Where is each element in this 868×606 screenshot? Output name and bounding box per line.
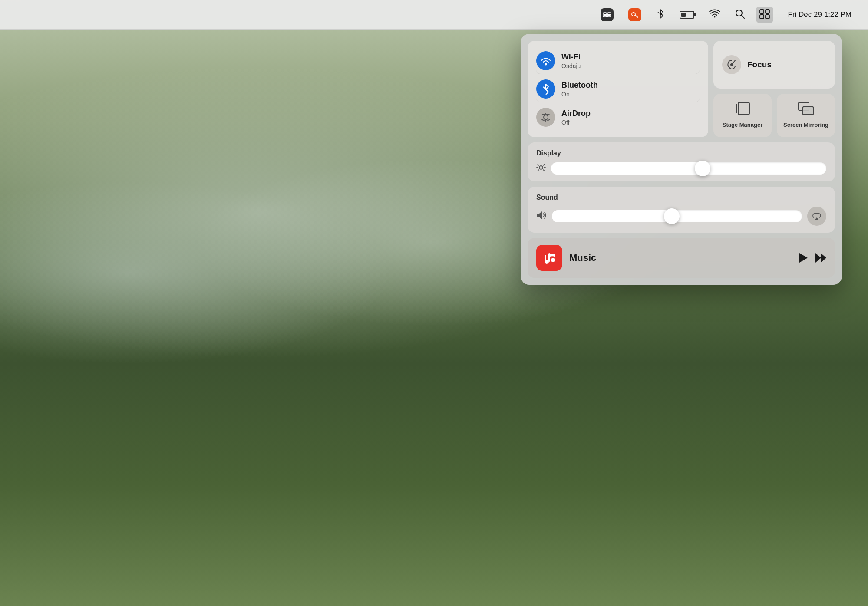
teamviewer-icon (601, 8, 614, 21)
focus-icon (722, 55, 741, 74)
svg-rect-11 (760, 10, 764, 13)
svg-rect-21 (736, 104, 737, 113)
wifi-row[interactable]: Wi-Fi Osdaju (536, 48, 700, 74)
sound-section: Sound (528, 187, 835, 233)
svg-point-17 (544, 115, 548, 119)
battery-menu-item[interactable] (676, 9, 698, 20)
screen-mirroring-label: Screen Mirroring (783, 122, 828, 129)
svg-point-15 (545, 63, 547, 66)
bluetooth-text: Bluetooth On (561, 80, 598, 97)
music-tile: Music (528, 238, 835, 278)
brightness-icon (536, 163, 546, 175)
control-center-icon (759, 9, 770, 20)
music-app-icon (536, 245, 562, 271)
brightness-slider[interactable] (551, 162, 826, 175)
bluetooth-menu-item[interactable] (653, 7, 668, 23)
wifi-toggle-icon (536, 51, 555, 70)
svg-line-34 (538, 170, 539, 171)
stage-manager-tile[interactable]: Stage Manager (713, 94, 772, 137)
bluetooth-icon (656, 9, 665, 21)
brightness-slider-row (536, 162, 826, 175)
display-section-label: Display (536, 149, 826, 157)
svg-line-33 (543, 164, 544, 165)
svg-point-37 (551, 258, 555, 262)
volume-slider-row (536, 207, 826, 226)
svg-rect-12 (766, 10, 769, 13)
stage-manager-label: Stage Manager (723, 122, 762, 129)
svg-rect-14 (766, 15, 769, 19)
right-tiles: Focus Stage Manager (713, 41, 835, 137)
svg-rect-0 (604, 14, 607, 16)
wifi-icon (709, 9, 720, 20)
bluetooth-subtitle: On (561, 91, 598, 98)
wifi-text: Wi-Fi Osdaju (561, 52, 581, 69)
svg-marker-35 (537, 211, 542, 219)
wifi-title: Wi-Fi (561, 52, 581, 62)
airdrop-title: AirDrop (561, 109, 591, 119)
wifi-menu-item[interactable] (706, 7, 724, 22)
svg-rect-22 (738, 102, 749, 115)
svg-marker-41 (815, 253, 821, 263)
svg-rect-13 (760, 15, 764, 19)
screen-mirroring-tile[interactable]: Screen Mirroring (777, 94, 835, 137)
svg-rect-39 (545, 255, 546, 262)
bluetooth-title: Bluetooth (561, 80, 598, 90)
volume-icon (536, 211, 547, 222)
battery-icon (680, 11, 694, 19)
play-button[interactable] (799, 253, 808, 263)
connectivity-tile: Wi-Fi Osdaju Bluetooth On (528, 41, 708, 137)
teamviewer-menu-item[interactable] (597, 7, 617, 23)
svg-line-31 (538, 164, 539, 165)
airdrop-toggle-icon (536, 108, 555, 127)
top-section: Wi-Fi Osdaju Bluetooth On (528, 41, 835, 137)
skip-forward-button[interactable] (815, 253, 826, 263)
spotlight-icon (735, 9, 745, 20)
svg-marker-42 (821, 253, 826, 263)
control-center-panel: Wi-Fi Osdaju Bluetooth On (521, 34, 842, 285)
svg-line-6 (637, 16, 637, 16)
svg-line-10 (741, 15, 744, 18)
airdrop-text: AirDrop Off (561, 109, 591, 125)
menubar: Fri Dec 29 1:22 PM (0, 0, 868, 30)
bottom-right-tiles: Stage Manager Screen Mirroring (713, 94, 835, 137)
svg-point-20 (730, 63, 733, 66)
svg-line-32 (543, 170, 544, 171)
svg-rect-1 (607, 14, 611, 16)
volume-slider[interactable] (552, 210, 802, 222)
bluetooth-row[interactable]: Bluetooth On (536, 76, 700, 102)
airdrop-row[interactable]: AirDrop Off (536, 104, 700, 130)
music-label: Music (569, 252, 792, 263)
airdrop-subtitle: Off (561, 119, 591, 126)
screen-mirroring-icon (798, 102, 814, 118)
control-center-menu-item[interactable] (756, 7, 773, 23)
display-section: Display (528, 142, 835, 181)
bluetooth-toggle-icon (536, 79, 555, 99)
stage-manager-icon (735, 102, 750, 118)
focus-tile[interactable]: Focus (713, 41, 835, 89)
music-controls (799, 253, 826, 263)
datetime-text: Fri Dec 29 1:22 PM (788, 10, 851, 19)
svg-point-4 (632, 13, 635, 16)
spotlight-menu-item[interactable] (732, 7, 748, 22)
datetime-display[interactable]: Fri Dec 29 1:22 PM (781, 9, 855, 21)
svg-point-26 (539, 166, 543, 169)
wifi-subtitle: Osdaju (561, 63, 581, 69)
key-app-menu-item[interactable] (625, 7, 645, 23)
focus-label: Focus (747, 60, 772, 69)
airplay-button[interactable] (807, 207, 826, 226)
svg-rect-25 (803, 107, 813, 115)
svg-marker-40 (799, 253, 808, 263)
sound-section-label: Sound (536, 194, 826, 201)
key-app-icon (628, 8, 641, 21)
